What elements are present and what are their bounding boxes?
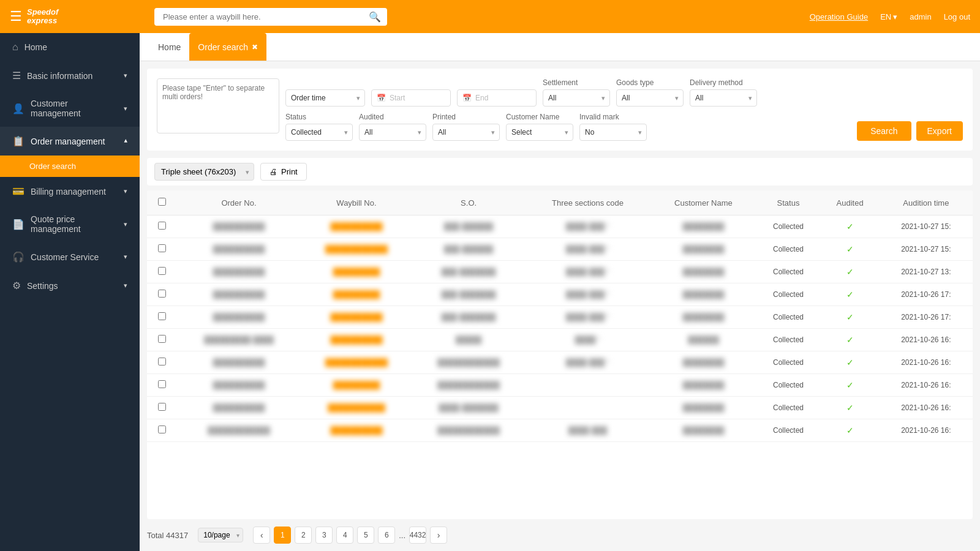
row-status-7: Collected xyxy=(756,374,820,397)
status-select[interactable]: Collected xyxy=(285,124,353,141)
waybill-link-2[interactable]: █████████ xyxy=(333,268,380,276)
row-checkbox-input-8[interactable] xyxy=(158,403,166,411)
waybill-link-7[interactable]: █████████ xyxy=(333,381,380,389)
customer-service-arrow-icon: ▾ xyxy=(124,253,127,261)
billing-arrow-icon: ▾ xyxy=(124,187,127,195)
home-icon: ⌂ xyxy=(12,42,18,53)
multi-order-textarea[interactable] xyxy=(157,78,279,133)
print-button[interactable]: 🖨 Print xyxy=(260,163,307,181)
waybill-link-3[interactable]: █████████ xyxy=(333,290,380,299)
print-type-select[interactable]: Triple sheet (76x203) Double sheet Singl… xyxy=(154,163,254,181)
page-3-button[interactable]: 3 xyxy=(315,527,333,544)
hamburger-button[interactable]: ☰ xyxy=(10,9,22,24)
print-button-label: Print xyxy=(281,167,298,176)
tab-home[interactable]: Home xyxy=(149,33,189,61)
row-checkbox-input-0[interactable] xyxy=(158,222,166,230)
invalid-mark-select[interactable]: No xyxy=(579,124,647,141)
filter-row-1: Order time 📅 Start 📅 End xyxy=(157,78,963,141)
sidebar-item-basic-information[interactable]: ☰ Basic information ▾ xyxy=(0,61,140,90)
page-5-button[interactable]: 5 xyxy=(357,527,374,544)
basic-info-arrow-icon: ▾ xyxy=(124,72,127,80)
order-time-select[interactable]: Order time xyxy=(285,89,365,107)
sidebar-item-customer-service[interactable]: 🎧 Customer Service ▾ xyxy=(0,242,140,271)
waybill-link-4[interactable]: ██████████ xyxy=(330,313,382,321)
end-date-input[interactable]: 📅 End xyxy=(457,89,537,107)
search-button[interactable]: Search xyxy=(857,121,911,141)
check-icon-6: ✓ xyxy=(846,358,854,367)
goods-type-select[interactable]: All xyxy=(616,89,684,107)
col-audited: Audited xyxy=(821,190,880,216)
col-three-sections-code: Three sections code xyxy=(525,190,651,216)
sidebar-item-order-search[interactable]: Order search xyxy=(0,156,140,177)
sidebar-item-settings[interactable]: ⚙ Settings ▾ xyxy=(0,271,140,300)
row-order-no-2: ██████████ xyxy=(178,261,301,283)
next-page-button[interactable]: › xyxy=(430,527,447,544)
waybill-link-0[interactable]: ██████████ xyxy=(330,222,382,231)
select-all-checkbox[interactable] xyxy=(158,198,166,206)
sidebar-item-billing-management[interactable]: 💳 Billing management ▾ xyxy=(0,177,140,206)
printed-select[interactable]: All xyxy=(432,124,500,141)
settlement-select[interactable]: All xyxy=(543,89,610,107)
logo: Speedof express xyxy=(27,8,58,26)
page-6-button[interactable]: 6 xyxy=(378,527,395,544)
order-time-select-wrapper: Order time xyxy=(285,89,365,107)
row-checkbox-1 xyxy=(147,238,178,261)
language-selector[interactable]: EN ▾ xyxy=(880,12,897,21)
delivery-method-select[interactable]: All xyxy=(690,89,757,107)
export-button[interactable]: Export xyxy=(916,121,963,141)
row-so-4: ███-███████ xyxy=(413,306,525,329)
row-checkbox-input-6[interactable] xyxy=(158,358,166,365)
operation-guide-link[interactable]: Operation Guide xyxy=(810,12,868,21)
waybill-link-6[interactable]: ████████████ xyxy=(325,358,388,367)
row-checkbox-input-3[interactable] xyxy=(158,290,166,298)
col-audition-time: Audition time xyxy=(880,190,973,216)
tab-order-search-close-icon[interactable]: ✖ xyxy=(252,43,258,51)
order-time-filter: Order time xyxy=(285,89,365,107)
col-waybill-no: Waybill No. xyxy=(300,190,412,216)
row-status-8: Collected xyxy=(756,397,820,419)
customer-name-select[interactable]: Select xyxy=(506,124,573,141)
page-1-button[interactable]: 1 xyxy=(274,527,291,544)
logout-link[interactable]: Log out xyxy=(944,12,970,21)
row-checkbox-input-7[interactable] xyxy=(158,380,166,388)
row-status-6: Collected xyxy=(756,351,820,374)
row-waybill-7: █████████ xyxy=(300,374,412,397)
row-checkbox-input-5[interactable] xyxy=(158,335,166,343)
table-row: ██████████ █████████ ███-███████ ████-██… xyxy=(147,261,973,283)
waybill-link-5[interactable]: ██████████ xyxy=(330,335,382,344)
start-date-input[interactable]: 📅 Start xyxy=(371,89,451,107)
waybill-link-9[interactable]: ██████████ xyxy=(330,426,382,435)
waybill-search[interactable]: 🔍 xyxy=(154,8,387,26)
print-select-wrapper: Triple sheet (76x203) Double sheet Singl… xyxy=(154,163,254,181)
tab-order-search[interactable]: Order search ✖ xyxy=(189,33,266,61)
last-page-button[interactable]: 4432 xyxy=(409,527,426,544)
per-page-wrapper: 10/page 20/page 50/page xyxy=(198,528,243,542)
row-checkbox-input-9[interactable] xyxy=(158,425,166,433)
check-icon-4: ✓ xyxy=(846,312,854,322)
row-checkbox-input-1[interactable] xyxy=(158,244,166,252)
page-2-button[interactable]: 2 xyxy=(295,527,312,544)
row-status-9: Collected xyxy=(756,419,820,442)
waybill-link-1[interactable]: ████████████ xyxy=(325,245,388,253)
row-audited-7: ✓ xyxy=(821,374,880,397)
goods-type-label: Goods type xyxy=(616,78,684,87)
prev-page-button[interactable]: ‹ xyxy=(253,527,270,544)
sidebar-item-customer-management[interactable]: 👤 Customer management ▾ xyxy=(0,90,140,127)
row-audited-6: ✓ xyxy=(821,351,880,374)
sidebar-item-quote-price-management[interactable]: 📄 Quote price management ▾ xyxy=(0,206,140,242)
check-icon-1: ✓ xyxy=(846,244,854,254)
sidebar-item-order-management[interactable]: 📋 Order management ▾ xyxy=(0,127,140,156)
calendar-start-icon: 📅 xyxy=(377,94,386,102)
per-page-select[interactable]: 10/page 20/page 50/page xyxy=(198,528,243,542)
page-4-button[interactable]: 4 xyxy=(336,527,353,544)
row-three-code-4: ████-███ * xyxy=(525,306,651,329)
audited-select[interactable]: All xyxy=(359,124,426,141)
sidebar-item-home[interactable]: ⌂ Home xyxy=(0,33,140,61)
sidebar-label-customer-service: Customer Service xyxy=(31,252,99,262)
row-checkbox-input-4[interactable] xyxy=(158,312,166,320)
row-checkbox-input-2[interactable] xyxy=(158,267,166,275)
waybill-link-8[interactable]: ███████████ xyxy=(328,403,385,412)
row-time-3: 2021-10-26 17: xyxy=(880,283,973,306)
waybill-search-input[interactable] xyxy=(154,8,387,26)
row-time-8: 2021-10-26 16: xyxy=(880,397,973,419)
